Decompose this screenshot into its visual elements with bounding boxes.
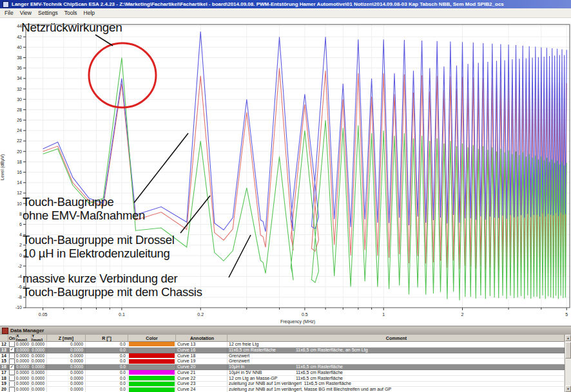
on-checkbox[interactable] [9, 342, 15, 347]
r-value: 0.0 [86, 364, 128, 369]
leader-line-2 [180, 196, 210, 233]
color-swatch[interactable] [129, 359, 175, 364]
menu-file[interactable]: File [1, 9, 17, 17]
table-row[interactable]: 190.00000.00000.00000.0Curve 23zuleitung… [0, 382, 565, 387]
data-manager-title-bar[interactable]: Data Manager [0, 326, 571, 335]
column-header-Annotation[interactable]: Annotation [176, 335, 227, 342]
table-row[interactable]: 170.00000.00000.00000.0Curve 2110µH in 5… [0, 370, 565, 376]
x-value: 0.0000 [16, 376, 32, 381]
column-header-Z [mm][interactable]: Z [mm] [47, 335, 86, 342]
color-swatch[interactable] [129, 382, 175, 386]
annotation-mit-drossel: Touch-Baugruppe mit Drossel 10 µH in Ele… [23, 233, 175, 260]
color-cell[interactable] [128, 382, 176, 387]
on-checkbox[interactable]: ✓ [9, 364, 15, 369]
table-row[interactable]: 120.00000.00000.00000.0Curve 1312 cm fre… [0, 342, 565, 348]
table-row[interactable]: 140.00000.00000.00000.0Curve 18Grenzwert [0, 353, 565, 359]
on-checkbox[interactable]: ✓ [9, 348, 15, 353]
column-header-On[interactable]: On [8, 335, 16, 342]
on-checkbox[interactable] [9, 376, 15, 381]
color-cell[interactable] [128, 370, 176, 375]
comment-cell: 12 cm freie Ltg [227, 342, 565, 347]
column-header-row[interactable] [0, 335, 8, 342]
comment-cell: Grenzwert [227, 353, 565, 359]
on-checkbox[interactable] [9, 382, 15, 387]
on-cell: ✓ [8, 348, 16, 353]
comment-text: 10µH in 5V NNB [229, 370, 296, 375]
scroll-up-icon[interactable]: ▲ [565, 335, 571, 341]
z-value: 0.0000 [47, 348, 86, 353]
scroll-thumb[interactable] [565, 342, 571, 359]
y-value: 0.0000 [32, 387, 47, 392]
x-value: 0.0000 [16, 364, 32, 369]
on-checkbox[interactable] [9, 387, 15, 392]
svg-text:28: 28 [17, 107, 22, 112]
color-cell[interactable] [128, 387, 176, 392]
color-cell[interactable] [128, 348, 176, 353]
color-cell[interactable] [128, 353, 176, 359]
svg-text:-6: -6 [18, 285, 22, 289]
highlight-circle [89, 43, 156, 107]
menu-help[interactable]: Help [81, 9, 98, 17]
svg-text:0.1: 0.1 [119, 312, 125, 317]
data-manager-title: Data Manager [10, 328, 44, 333]
table-scrollbar[interactable]: ▲ ▼ [565, 335, 571, 392]
color-cell[interactable] [128, 359, 176, 364]
color-cell[interactable] [128, 376, 176, 381]
scroll-down-icon[interactable]: ▼ [565, 386, 571, 392]
on-cell [8, 387, 16, 392]
on-checkbox[interactable] [9, 370, 15, 375]
comment-text-2: 11x6,5 cm Rasterfläche [296, 376, 343, 381]
title-bar[interactable]: Langer EMV-Technik ChipScan ESA 2.4.23 -… [0, 0, 571, 8]
z-value: 0.0000 [47, 387, 86, 392]
annotation-cell: Curve 20 [176, 364, 227, 369]
comment-cell: 12 cm Ltg an Masse-GP11x6,5 cm Rasterflä… [227, 376, 565, 381]
svg-text:34: 34 [17, 76, 22, 80]
color-swatch[interactable] [129, 353, 175, 358]
table-row[interactable]: 180.00000.00000.00000.0Curve 2212 cm Ltg… [0, 376, 565, 382]
menu-tools[interactable]: Tools [61, 9, 81, 17]
x-value: 0.0000 [16, 382, 32, 387]
table-row[interactable]: 13✓0.00000.00000.00000.0Curve 1611x6,5 c… [0, 348, 565, 353]
on-checkbox[interactable] [9, 353, 15, 359]
color-swatch[interactable] [129, 376, 175, 380]
color-swatch[interactable] [129, 342, 175, 346]
column-header-Y [mm][interactable]: Y [mm] [32, 335, 47, 342]
color-cell[interactable] [128, 342, 176, 347]
color-swatch[interactable] [129, 370, 175, 375]
annotation-cell: Curve 18 [176, 353, 227, 359]
z-value: 0.0000 [47, 376, 86, 381]
annotation-cell: Curve 22 [176, 376, 227, 381]
column-header-Color[interactable]: Color [128, 335, 176, 342]
z-value: 0.0000 [47, 359, 86, 364]
z-value: 0.0000 [47, 342, 86, 347]
table-row[interactable]: 150.00000.00000.00000.0Curve 19Grenzwert [0, 359, 565, 364]
comment-text: Grenzwert [229, 359, 249, 364]
column-header-X [mm][interactable]: X [mm] [16, 335, 32, 342]
data-manager-window: Data Manager OnX [mm]Y [mm]Z [mm]R [°]Co… [0, 326, 571, 392]
column-header-Comment[interactable]: Comment [227, 335, 565, 342]
column-header-R [°][interactable]: R [°] [86, 335, 128, 342]
on-cell [8, 342, 16, 347]
comment-text: 12 cm freie Ltg [229, 342, 258, 347]
table-row[interactable]: 16✓0.00000.00000.00000.0Curve 2010µH in1… [0, 364, 565, 370]
on-checkbox[interactable] [9, 359, 15, 364]
comment-text-2: 11x6,5 cm Rasterfläche, an 5cm Ltg [296, 348, 368, 353]
svg-text:12: 12 [17, 191, 22, 195]
svg-text:42: 42 [17, 35, 22, 39]
svg-text:-10: -10 [15, 305, 22, 310]
menu-settings[interactable]: Settings [35, 9, 61, 17]
svg-text:-8: -8 [18, 295, 22, 299]
menu-view[interactable]: View [17, 9, 35, 17]
table-row[interactable]: 200.00000.00000.00000.0Curve 24zuleitung… [0, 387, 565, 392]
comment-text: 12 cm Ltg an Masse-GP [229, 376, 296, 381]
comment-cell: 11x6,5 cm Rasterfläche11x6,5 cm Rasterfl… [227, 348, 565, 353]
row-number: 16 [0, 364, 8, 369]
data-manager-icon [2, 328, 8, 334]
color-swatch[interactable] [129, 387, 175, 392]
r-value: 0.0 [86, 353, 128, 359]
svg-text:22: 22 [17, 138, 22, 143]
table-body: 120.00000.00000.00000.0Curve 1312 cm fre… [0, 342, 565, 392]
y-value: 0.0000 [32, 342, 47, 347]
app-icon [3, 1, 9, 8]
color-cell[interactable] [128, 364, 176, 369]
